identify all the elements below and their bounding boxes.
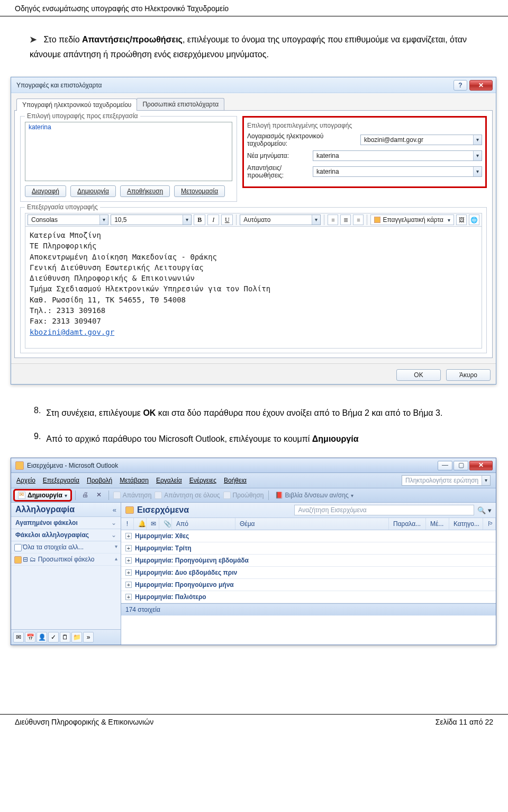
- business-card-button[interactable]: Επαγγελματική κάρτα ▾: [370, 215, 454, 225]
- personal-folders[interactable]: ⊟ 🗂 Προσωπικοί φάκελο▴: [11, 554, 121, 566]
- date-group[interactable]: +Ημερομηνία: Προηγούμενη εβδομάδα: [121, 555, 496, 567]
- collapse-button[interactable]: «: [113, 506, 116, 514]
- replies-forwards-label: Απαντήσεις/προωθήσεις:: [247, 164, 310, 179]
- page-footer: Διεύθυνση Πληροφορικής & Επικοινωνιών Σε…: [0, 714, 508, 731]
- chevron-down-icon[interactable]: ▾: [99, 215, 108, 225]
- mail-icon[interactable]: ✉: [13, 632, 24, 643]
- chevron-down-icon[interactable]: ▾: [65, 493, 67, 498]
- align-right-icon[interactable]: ≡: [353, 215, 364, 225]
- date-group[interactable]: +Ημερομηνία: Δυο εβδομάδες πριν: [121, 567, 496, 579]
- favorite-folders-header[interactable]: Αγαπημένοι φάκελοι⌄: [11, 517, 121, 529]
- close-button[interactable]: ✕: [469, 461, 493, 470]
- menu-file[interactable]: Αρχείο: [16, 477, 35, 484]
- date-group[interactable]: +Ημερομηνία: Παλιότερο: [121, 591, 496, 603]
- expand-icon[interactable]: +: [125, 533, 132, 539]
- account-combo[interactable]: kbozini@damt.gov.gr ▾: [360, 135, 482, 145]
- chevron-down-icon[interactable]: ▾: [448, 217, 450, 223]
- chevron-down-icon[interactable]: ▾: [183, 215, 191, 225]
- help-button[interactable]: ?: [453, 80, 467, 91]
- expand-icon[interactable]: +: [125, 545, 132, 551]
- menu-actions[interactable]: Ενέργειες: [189, 477, 216, 484]
- underline-button[interactable]: U: [221, 215, 233, 225]
- bold-button[interactable]: B: [194, 215, 205, 225]
- folders-icon[interactable]: 📁: [71, 632, 82, 643]
- importance-column[interactable]: !: [121, 518, 134, 530]
- size-column[interactable]: Μέ...: [426, 518, 449, 530]
- link-icon[interactable]: 🌐: [469, 215, 479, 225]
- signature-listbox[interactable]: katerina: [25, 122, 232, 181]
- menu-go[interactable]: Μετάβαση: [120, 477, 149, 484]
- dialog-title: Υπογραφές και επιστολόχαρτα: [16, 82, 453, 89]
- menu-edit[interactable]: Επεξεργασία: [43, 477, 79, 484]
- flag-column[interactable]: 🏳: [483, 518, 496, 530]
- menu-tools[interactable]: Εργαλεία: [156, 477, 182, 484]
- font-combo[interactable]: Consolas▾: [28, 215, 108, 225]
- bullet-lead: Στο πεδίο: [43, 35, 82, 44]
- chevron-down-icon[interactable]: ▾: [482, 476, 490, 485]
- received-column[interactable]: Παραλα...: [389, 518, 426, 530]
- attachment-column[interactable]: 📎: [159, 518, 172, 530]
- reply-all-button[interactable]: Απάντηση σε όλους: [155, 492, 220, 499]
- chevron-down-icon[interactable]: ▾: [473, 167, 482, 176]
- rename-button[interactable]: Μετονομασία: [174, 185, 225, 197]
- contacts-icon[interactable]: 👤: [37, 632, 47, 643]
- signature-list-item[interactable]: katerina: [25, 122, 232, 132]
- align-center-icon[interactable]: ≣: [340, 215, 351, 225]
- save-button[interactable]: Αποθήκευση: [120, 185, 170, 197]
- date-group[interactable]: +Ημερομηνία: Τρίτη: [121, 542, 496, 555]
- delete-button[interactable]: Διαγραφή: [25, 185, 66, 197]
- date-group[interactable]: +Ημερομηνία: Προηγούμενο μήνα: [121, 579, 496, 591]
- notes-icon[interactable]: 🗒: [60, 632, 70, 643]
- expand-icon[interactable]: +: [125, 582, 132, 588]
- all-mail-items[interactable]: Όλα τα στοιχεία αλλ...▾: [11, 541, 121, 554]
- new-mail-button[interactable]: Δημιουργία ▾: [14, 490, 71, 501]
- search-input[interactable]: Αναζήτηση Εισερχόμενα: [294, 505, 474, 515]
- new-messages-combo[interactable]: katerina ▾: [313, 150, 482, 161]
- shortcuts-icon[interactable]: »: [83, 632, 94, 643]
- expand-icon[interactable]: +: [125, 557, 132, 564]
- minimize-button[interactable]: —: [438, 461, 452, 470]
- delete-icon[interactable]: ✕: [94, 490, 104, 501]
- chevron-down-icon[interactable]: ▾: [473, 135, 482, 145]
- signature-editor[interactable]: Κατερίνα Μποζίνη ΤΕ Πληροφορικής Αποκεντ…: [25, 227, 482, 349]
- print-icon[interactable]: 🖨: [80, 490, 90, 501]
- chevron-down-icon[interactable]: ▾: [312, 215, 320, 225]
- ask-question-input[interactable]: Πληκτρολογήστε ερώτηση ▾: [402, 475, 491, 486]
- tasks-icon[interactable]: ✓: [48, 632, 59, 643]
- expand-icon[interactable]: +: [125, 594, 132, 600]
- cancel-button[interactable]: Άκυρο: [446, 369, 491, 381]
- font-size-combo[interactable]: 10,5▾: [111, 215, 192, 225]
- calendar-icon[interactable]: 📅: [25, 632, 35, 643]
- date-group[interactable]: +Ημερομηνία: Χθες: [121, 530, 496, 542]
- chevron-up-icon[interactable]: ▴: [115, 556, 117, 561]
- categories-column[interactable]: Κατηγο...: [449, 518, 483, 530]
- menu-view[interactable]: Προβολή: [87, 477, 112, 484]
- folder-name: Εισερχόμενα: [137, 505, 189, 515]
- close-button[interactable]: ✕: [469, 80, 493, 91]
- reply-button[interactable]: Απάντηση: [113, 492, 152, 499]
- align-left-icon[interactable]: ≡: [328, 215, 338, 225]
- font-color-combo[interactable]: Αυτόματο▾: [240, 215, 321, 225]
- chevron-down-icon[interactable]: ▾: [115, 543, 117, 549]
- replies-forwards-combo[interactable]: katerina ▾: [313, 166, 482, 177]
- italic-button[interactable]: I: [207, 215, 219, 225]
- menu-help[interactable]: Βοήθεια: [224, 477, 247, 484]
- reminder-column[interactable]: 🔔: [134, 518, 147, 530]
- mail-folders-header[interactable]: Φάκελοι αλληλογραφίας⌄: [11, 529, 121, 541]
- signature-email-link[interactable]: kbozini@damt.gov.gr: [30, 328, 114, 336]
- from-column[interactable]: Από: [172, 518, 235, 530]
- tab-personal-stationery[interactable]: Προσωπικά επιστολόχαρτα: [137, 98, 224, 110]
- expand-icon[interactable]: +: [125, 569, 132, 576]
- maximize-button[interactable]: ▢: [453, 461, 468, 470]
- tab-email-signature[interactable]: Υπογραφή ηλεκτρονικού ταχυδρομείου: [16, 99, 137, 111]
- address-books-button[interactable]: 📕 Βιβλία δ/νσεων αν/σης ▾: [275, 492, 353, 499]
- forward-button[interactable]: Προώθηση: [223, 492, 264, 499]
- icon-column[interactable]: ✉: [147, 518, 159, 530]
- search-icon[interactable]: 🔍 ▾: [477, 506, 492, 514]
- image-icon[interactable]: 🖼: [456, 215, 467, 225]
- ok-button[interactable]: OK: [396, 369, 441, 381]
- new-button[interactable]: Δημιουργία: [70, 185, 116, 197]
- chevron-down-icon[interactable]: ▾: [473, 151, 482, 160]
- subject-column[interactable]: Θέμα: [235, 518, 389, 530]
- chevron-down-icon[interactable]: ▾: [351, 493, 353, 498]
